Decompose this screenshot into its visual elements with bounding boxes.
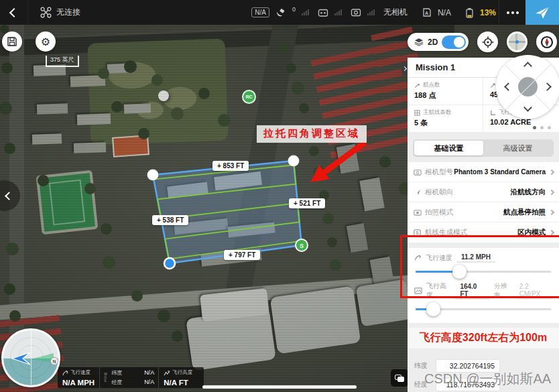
svg-text:S: S <box>416 231 419 235</box>
edge-length-label-left: + 538 FT <box>152 215 188 225</box>
ruler-icon <box>490 110 496 116</box>
takeoff-button[interactable] <box>525 0 559 25</box>
mission-title: Mission 1 <box>416 62 455 72</box>
drone-icon <box>40 7 52 18</box>
speed-slider[interactable] <box>416 264 551 279</box>
map-scale-bar: 375 英尺 <box>46 56 79 67</box>
home-indicator[interactable] <box>202 385 357 389</box>
chevron-left-icon <box>5 192 13 200</box>
satellite-icon <box>275 8 286 17</box>
battery-icon <box>465 7 474 18</box>
capture-mode-icon <box>414 209 422 216</box>
altitude-icon <box>164 370 170 376</box>
setting-route-generation[interactable]: S 航线生成模式 区内模式 <box>408 222 559 243</box>
resolution-label: 分辨率 <box>494 281 513 300</box>
nudge-down-button[interactable] <box>523 103 532 112</box>
edge-length-label-top: + 853 FT <box>212 161 249 171</box>
tab-advanced-settings[interactable]: 高级设置 <box>483 141 552 155</box>
aircraft-connection: 无连接 <box>40 7 80 18</box>
grid-icon <box>414 110 420 116</box>
setting-camera-model[interactable]: 相机型号 Phantom 3 Standard Camera <box>408 162 559 182</box>
annotation-arrow <box>310 142 365 182</box>
minimap-thumbnail <box>509 34 525 50</box>
nudge-left-button[interactable] <box>504 82 513 91</box>
svg-text:S: S <box>300 243 304 249</box>
dpad-center-button[interactable] <box>518 77 538 96</box>
speed-value-field[interactable]: 11.2 MPH <box>456 253 495 263</box>
survey-polygon[interactable] <box>153 161 302 263</box>
resolution-value: 2.2 CM/PX <box>517 282 552 300</box>
compass-icon <box>540 36 554 49</box>
rc-location-marker: RC <box>242 90 256 104</box>
altitude-slider[interactable] <box>416 302 551 316</box>
flight-speed-icon <box>414 254 422 261</box>
flight-mode-value: N/A <box>438 8 451 17</box>
save-icon <box>7 36 17 47</box>
layers-icon <box>414 38 424 46</box>
settings-list: 相机型号 Phantom 3 Standard Camera 相机朝向 沿航线方… <box>408 162 559 243</box>
overlapping-frames-icon <box>395 375 404 382</box>
heading-icon <box>414 189 421 196</box>
gps-mode-badge: N/A <box>251 7 269 17</box>
start-point-marker[interactable]: S <box>296 239 308 251</box>
rc-signal-bars-icon <box>334 9 342 15</box>
chevron-right-icon <box>549 169 554 174</box>
2d-toggle-switch[interactable] <box>442 36 466 49</box>
altitude-slider-knob[interactable] <box>426 302 440 316</box>
airplane-icon <box>535 6 550 19</box>
datum-label: WGS <box>104 373 109 383</box>
battery-percent: 13% <box>480 8 496 17</box>
back-button[interactable] <box>0 0 28 25</box>
minimap-button[interactable] <box>507 31 527 52</box>
nudge-right-button[interactable] <box>543 82 552 91</box>
status-indicators: N/A 0 无相机 A N/A <box>251 7 496 18</box>
back-icon <box>9 7 18 17</box>
latitude-label: 纬度 <box>414 361 430 371</box>
telemetry-altitude: 飞行高度 N/A FT <box>158 367 197 388</box>
chevron-right-icon <box>549 189 554 194</box>
edge-length-label-right: + 521 FT <box>289 198 325 208</box>
setting-capture-mode[interactable]: 拍照模式 航点悬停拍照 <box>408 202 559 222</box>
mission-settings-button[interactable]: ⚙ <box>36 31 56 52</box>
settings-tabs: 基础设置 高级设置 <box>413 139 554 157</box>
speed-slider-knob[interactable] <box>452 265 467 279</box>
top-status-bar: 无连接 N/A 0 无相机 A N/ <box>0 0 559 25</box>
crosshair-icon <box>482 36 494 48</box>
stat-waypoints: 航点数 188 点 <box>408 78 483 105</box>
corner-handle[interactable] <box>147 170 159 181</box>
stats-pager-dots[interactable] <box>533 126 551 129</box>
camera-status-icon <box>351 8 361 17</box>
compass-reset-button[interactable] <box>536 31 557 52</box>
save-mission-button[interactable] <box>2 31 22 52</box>
locate-me-button[interactable] <box>477 31 498 52</box>
panel-collapse-button[interactable] <box>401 62 408 75</box>
stat-main-lines: 主航线条数 5 条 <box>408 105 483 133</box>
waypoint-icon <box>414 82 420 88</box>
camera-signal-bars-icon <box>367 9 375 15</box>
route-length-icon <box>490 82 496 88</box>
route-mode-icon: S <box>414 229 421 237</box>
map-mode-toggle[interactable]: 2D <box>408 33 469 51</box>
setting-camera-heading[interactable]: 相机朝向 沿航线方向 <box>408 182 559 202</box>
gear-icon: ⚙ <box>41 36 50 48</box>
chevron-right-icon <box>549 209 554 214</box>
corner-handle-selected[interactable] <box>164 258 175 269</box>
nudge-up-button[interactable] <box>523 62 532 70</box>
speed-icon <box>62 370 68 376</box>
more-menu-button[interactable] <box>499 0 525 25</box>
remote-controller-icon <box>318 8 328 17</box>
telemetry-speed: 飞行速度 N/A MPH <box>58 367 99 388</box>
watermark: CSDN @一别如斯AA <box>424 370 551 388</box>
nudge-dpad[interactable] <box>496 55 559 119</box>
tab-basic-settings[interactable]: 基础设置 <box>414 141 483 155</box>
camera-icon <box>414 169 422 176</box>
camera-status: 无相机 <box>383 7 408 18</box>
connection-status: 无连接 <box>56 7 80 18</box>
app-screen: 无连接 N/A 0 无相机 A N/ <box>0 0 559 392</box>
altitude-label: 飞行高度 <box>426 281 451 300</box>
screenshot-layers-button[interactable] <box>391 369 408 387</box>
flight-mode-icon: A <box>422 7 432 17</box>
altitude-value-field[interactable]: 164.0 FT <box>455 282 489 300</box>
flight-sliders: 飞行速度 11.2 MPH 飞行高度 164.0 FT 分辨率 2.2 CM/P… <box>408 248 559 323</box>
corner-handle[interactable] <box>288 155 300 167</box>
